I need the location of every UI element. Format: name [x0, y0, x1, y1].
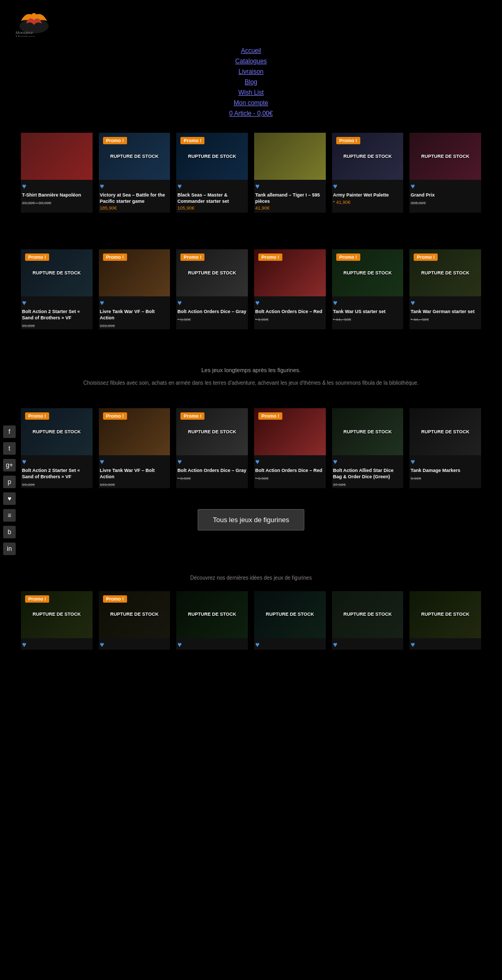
promo-badge: Promo ! [180, 412, 204, 420]
product-title: Army Painter Wet Palette [332, 191, 404, 200]
wishlist-heart[interactable]: ♥ [333, 298, 404, 307]
wishlist-heart[interactable]: ♥ [177, 182, 248, 190]
product-price-new: 41,90€ [254, 205, 326, 213]
linkedin-icon[interactable]: in [3, 543, 16, 555]
product-grid-1: ♥T-Shirt Bannière Napoléon33,30€ - 39,90… [21, 128, 481, 218]
info-section: Les jeux longtemps après les figurines. … [0, 355, 502, 398]
product-title: T-Shirt Bannière Napoléon [21, 191, 93, 200]
wishlist-heart[interactable]: ♥ [255, 182, 326, 190]
social-sidebar: f t g+ p ♥ ≡ b in [0, 421, 19, 559]
product-card-livre-tank-war[interactable]: Promo !♥Livre Tank War VF – Bolt Action1… [99, 249, 170, 329]
product-title: Victory at Sea – Battle for the Pacific … [99, 191, 170, 205]
wishlist-heart[interactable]: ♥ [100, 298, 170, 307]
section-3: Promo !RUPTURE DE STOCK♥Bolt Action 2 St… [0, 398, 502, 498]
product-title: Tank War US starter set [332, 308, 404, 316]
product-title: Bolt Action Orders Dice – Gray [176, 308, 248, 316]
wishlist-heart[interactable]: ♥ [22, 298, 93, 307]
bottom-title: Découvrez nos dernières idées des jeux d… [21, 567, 481, 586]
wishlist-heart[interactable]: ♥ [100, 640, 170, 649]
product-card-livre-tank-war-2[interactable]: Promo !♥Livre Tank War VF – Bolt Action1… [99, 408, 170, 488]
wishlist-heart[interactable]: ♥ [177, 640, 248, 649]
layers-icon[interactable]: ≡ [3, 509, 16, 522]
product-price-old: 37,90€ [332, 481, 404, 488]
wishlist-heart[interactable]: ♥ [22, 457, 93, 466]
cta-button[interactable]: Tous les jeux de figurines [198, 509, 304, 531]
promo-badge: Promo ! [414, 253, 438, 261]
product-card-terrain6[interactable]: RUPTURE DE STOCK♥ [409, 591, 481, 650]
wishlist-heart[interactable]: ♥ [333, 457, 404, 466]
product-card-orders-gray[interactable]: Promo !RUPTURE DE STOCK♥Bolt Action Orde… [176, 249, 248, 329]
product-price-old: 193,90€ [99, 481, 170, 488]
product-card-tankwar-german[interactable]: Promo !RUPTURE DE STOCK♥Tank War German … [409, 249, 481, 329]
twitter-icon[interactable]: t [3, 442, 16, 455]
product-card-tshirt-napoleon[interactable]: ♥T-Shirt Bannière Napoléon33,30€ - 39,90… [21, 133, 93, 213]
promo-badge: Promo ! [180, 137, 204, 144]
wishlist-heart[interactable]: ♥ [410, 640, 481, 649]
pinterest-icon[interactable]: p [3, 476, 16, 488]
wishlist-heart[interactable]: ♥ [410, 298, 481, 307]
wishlist-heart[interactable]: ♥ [22, 640, 93, 649]
nav-blog[interactable]: Blog [245, 78, 257, 86]
wishlist-heart[interactable]: ♥ [22, 182, 93, 190]
wishlist-heart[interactable]: ♥ [255, 640, 326, 649]
product-card-grand-prix[interactable]: RUPTURE DE STOCK♥Grand Prix395,90€ [409, 133, 481, 213]
product-price-old: 99,90€ [21, 322, 93, 329]
nav-livraison[interactable]: Livraison [238, 68, 264, 75]
wishlist-heart[interactable]: ♥ [100, 182, 170, 190]
product-card-tankwar-us[interactable]: Promo !RUPTURE DE STOCK♥Tank War US star… [332, 249, 404, 329]
product-card-terrain2[interactable]: Promo !RUPTURE DE STOCK♥ [99, 591, 170, 650]
product-price-old: 99,90€ [21, 481, 93, 488]
product-card-terrain1[interactable]: Promo !RUPTURE DE STOCK♥ [21, 591, 93, 650]
product-card-orders-gray-2[interactable]: Promo !RUPTURE DE STOCK♥Bolt Action Orde… [176, 408, 248, 488]
wishlist-heart[interactable]: ♥ [410, 182, 481, 190]
promo-badge: Promo ! [103, 253, 127, 261]
wishlist-heart[interactable]: ♥ [177, 457, 248, 466]
wishlist-heart[interactable]: ♥ [410, 457, 481, 466]
product-card-orders-red[interactable]: Promo !♥Bolt Action Orders Dice – Red* 9… [254, 249, 326, 329]
product-card-terrain5[interactable]: RUPTURE DE STOCK♥ [332, 591, 404, 650]
wishlist-heart[interactable]: ♥ [100, 457, 170, 466]
logo-area: Monsieur Miniatures [0, 5, 502, 37]
product-price-old: * 44,- 90€ [332, 316, 404, 323]
product-title: Tank allemand – Tiger I – 595 pièces [254, 191, 326, 205]
product-title: Tank War German starter set [409, 308, 481, 316]
product-card-victory-sea[interactable]: Promo !RUPTURE DE STOCK♥Victory at Sea –… [99, 133, 170, 213]
wishlist-heart[interactable]: ♥ [255, 298, 326, 307]
product-card-bolt-action-2-vf-2[interactable]: Promo !RUPTURE DE STOCK♥Bolt Action 2 St… [21, 408, 93, 488]
wishlist-heart[interactable]: ♥ [177, 298, 248, 307]
product-title: Bolt Action Orders Dice – Red [254, 308, 326, 316]
product-price-old: * 9,90€ [254, 316, 326, 323]
rupture-overlay: RUPTURE DE STOCK [409, 408, 481, 455]
product-title: Bolt Action Orders Dice – Red [254, 467, 326, 475]
promo-badge: Promo ! [103, 595, 127, 603]
nav-cart[interactable]: 0 Article - 0,00€ [229, 110, 272, 117]
nav-wishlist[interactable]: Wish List [238, 89, 264, 96]
nav-moncompte[interactable]: Mon compte [234, 99, 268, 107]
promo-badge: Promo ! [25, 253, 49, 261]
product-card-orders-red-2[interactable]: Promo !♥Bolt Action Orders Dice – Red* 9… [254, 408, 326, 488]
product-title: Bolt Action 2 Starter Set « Sand of Brot… [21, 308, 93, 322]
googleplus-icon[interactable]: g+ [3, 459, 16, 471]
blogger-icon[interactable]: b [3, 526, 16, 538]
product-card-terrain4[interactable]: RUPTURE DE STOCK♥ [254, 591, 326, 650]
wishlist-heart[interactable]: ♥ [333, 182, 404, 190]
promo-badge: Promo ! [103, 412, 127, 420]
wishlist-heart[interactable]: ♥ [333, 640, 404, 649]
product-card-army-painter[interactable]: Promo !RUPTURE DE STOCK♥Army Painter Wet… [332, 133, 404, 213]
product-card-tank-allemand[interactable]: ♥Tank allemand – Tiger I – 595 pièces41,… [254, 133, 326, 213]
logo[interactable]: Monsieur Miniatures [10, 5, 58, 37]
nav-catalogues[interactable]: Catalogues [235, 57, 267, 65]
heart-icon[interactable]: ♥ [3, 492, 16, 505]
promo-badge: Promo ! [258, 253, 282, 261]
cta-section: Tous les jeux de figurines [0, 499, 502, 546]
promo-badge: Promo ! [336, 137, 360, 144]
product-card-black-seas[interactable]: Promo !RUPTURE DE STOCK♥Black Seas – Mas… [176, 133, 248, 213]
product-card-terrain3[interactable]: RUPTURE DE STOCK♥ [176, 591, 248, 650]
product-card-tank-damage[interactable]: RUPTURE DE STOCK♥Tank Damage Markers9,90… [409, 408, 481, 488]
facebook-icon[interactable]: f [3, 425, 16, 438]
product-title: Livre Tank War VF – Bolt Action [99, 308, 170, 322]
product-card-bolt-action-2-vf[interactable]: Promo !RUPTURE DE STOCK♥Bolt Action 2 St… [21, 249, 93, 329]
product-card-allied-dice[interactable]: RUPTURE DE STOCK♥Bolt Action Allied Star… [332, 408, 404, 488]
wishlist-heart[interactable]: ♥ [255, 457, 326, 466]
nav-accueil[interactable]: Accueil [241, 47, 261, 54]
